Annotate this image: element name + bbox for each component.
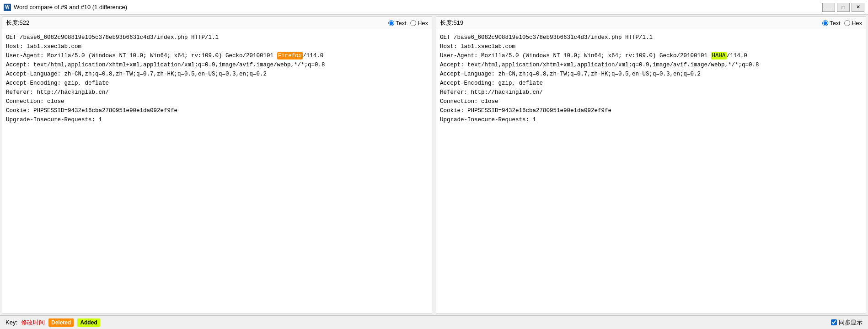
main-content: 长度:522 Text Hex GET /base6_6082c908819e1… <box>0 15 868 329</box>
added-highlight: HAHA <box>711 52 727 59</box>
left-hex-option[interactable]: Hex <box>410 20 428 27</box>
deleted-badge: Deleted <box>48 318 74 327</box>
minimize-button[interactable]: — <box>822 3 835 12</box>
key-text: Key: <box>5 319 17 326</box>
left-panel-length: 长度:522 <box>6 19 29 27</box>
right-panel-content: GET /base6_6082c908819e105c378eb93b6631c… <box>436 29 866 313</box>
left-panel-header: 长度:522 Text Hex <box>2 17 432 29</box>
right-panel-header: 长度:519 Text Hex <box>436 17 866 29</box>
right-text-option[interactable]: Text <box>822 20 841 27</box>
right-text-radio[interactable] <box>822 20 828 26</box>
left-hex-label: Hex <box>418 20 428 27</box>
right-hex-radio[interactable] <box>844 20 850 26</box>
sync-checkbox[interactable] <box>831 319 837 325</box>
right-hex-label: Hex <box>852 20 862 27</box>
footer-right: 同步显示 <box>831 318 863 327</box>
left-text-radio[interactable] <box>388 20 394 26</box>
right-radio-group: Text Hex <box>822 20 862 27</box>
left-text-option[interactable]: Text <box>388 20 407 27</box>
footer: Key: 修改时间 Deleted Added 同步显示 <box>0 315 868 329</box>
right-panel: 长度:519 Text Hex GET /base6_6082c908819e1… <box>436 16 866 313</box>
title-bar: W Word compare of #9 and #10 (1 differen… <box>0 0 868 15</box>
panels-row: 长度:522 Text Hex GET /base6_6082c908819e1… <box>0 15 868 315</box>
footer-left: Key: 修改时间 Deleted Added <box>5 318 100 327</box>
added-badge: Added <box>77 318 100 327</box>
maximize-button[interactable]: □ <box>837 3 850 12</box>
window-title: Word compare of #9 and #10 (1 difference… <box>14 4 127 11</box>
close-button[interactable]: ✕ <box>852 3 864 12</box>
left-panel-content: GET /base6_6082c908819e105c378eb93b6631c… <box>2 29 432 313</box>
right-panel-length: 长度:519 <box>440 19 463 27</box>
app-icon: W <box>4 4 11 11</box>
right-hex-option[interactable]: Hex <box>844 20 862 27</box>
left-radio-group: Text Hex <box>388 20 428 27</box>
window-controls: — □ ✕ <box>822 3 864 12</box>
left-hex-radio[interactable] <box>410 20 416 26</box>
deleted-highlight: Firefox <box>277 52 303 59</box>
left-text-label: Text <box>396 20 407 27</box>
right-text-label: Text <box>830 20 841 27</box>
left-panel: 长度:522 Text Hex GET /base6_6082c908819e1… <box>2 16 432 313</box>
modify-badge: 修改时间 <box>21 318 45 327</box>
sync-label: 同步显示 <box>839 318 863 327</box>
